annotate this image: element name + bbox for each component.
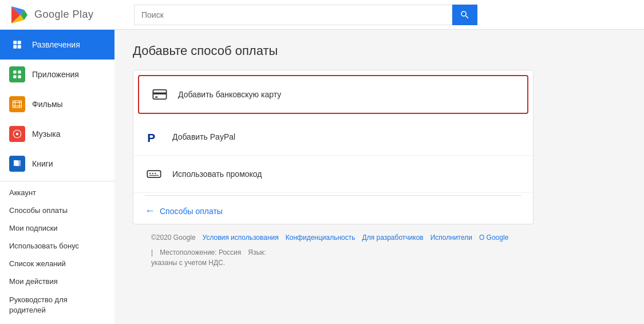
svg-point-14 bbox=[16, 133, 19, 136]
sidebar-item-label: Музыка bbox=[32, 129, 61, 139]
svg-rect-8 bbox=[13, 101, 22, 108]
svg-rect-5 bbox=[18, 70, 21, 73]
add-paypal-label: Добавить PayPal bbox=[172, 132, 235, 141]
svg-rect-16 bbox=[153, 93, 166, 95]
footer-location: Местоположение: Россия bbox=[160, 248, 241, 256]
footer-link-developers[interactable]: Для разработчиков bbox=[362, 234, 424, 242]
sidebar-item-entertainment[interactable]: Развлечения bbox=[0, 30, 114, 60]
google-play-logo-icon bbox=[9, 5, 30, 25]
main-content: Добавьте способ оплаты Добавить банковск… bbox=[114, 30, 644, 324]
apps-icon bbox=[9, 66, 25, 82]
back-arrow-icon: ← bbox=[145, 205, 155, 217]
footer-copyright: ©2020 Google bbox=[151, 234, 196, 242]
footer-link-artists[interactable]: Исполнители bbox=[430, 234, 472, 242]
use-promo-option[interactable]: Использовать промокод bbox=[133, 156, 533, 193]
header: Google Play bbox=[0, 0, 644, 30]
svg-rect-2 bbox=[13, 45, 17, 49]
sidebar-link-account[interactable]: Аккаунт bbox=[0, 184, 114, 201]
svg-rect-6 bbox=[13, 76, 16, 78]
search-icon bbox=[460, 10, 470, 20]
use-promo-label: Использовать промокод bbox=[172, 169, 262, 179]
sidebar-link-payment[interactable]: Способы оплаты bbox=[0, 201, 114, 219]
sidebar-item-books[interactable]: Книги bbox=[0, 149, 114, 179]
sidebar: Развлечения Приложения Фильмы bbox=[0, 30, 114, 324]
footer-links: ©2020 Google Условия использования Конфи… bbox=[151, 234, 515, 256]
svg-rect-7 bbox=[18, 76, 21, 78]
search-button[interactable] bbox=[452, 5, 477, 25]
add-card-label: Добавить банковскую карту bbox=[178, 90, 281, 99]
logo-area: Google Play bbox=[9, 5, 134, 25]
sidebar-link-subscriptions[interactable]: Мои подписки bbox=[0, 219, 114, 237]
page-title: Добавьте способ оплаты bbox=[133, 44, 626, 58]
entertainment-icon bbox=[9, 37, 25, 53]
sidebar-item-label: Книги bbox=[32, 159, 53, 168]
sidebar-item-apps[interactable]: Приложения bbox=[0, 60, 114, 89]
footer-link-about[interactable]: О Google bbox=[479, 234, 508, 242]
back-link-row: ← Способы оплаты bbox=[133, 198, 533, 224]
promo-icon bbox=[145, 165, 163, 183]
sidebar-item-movies[interactable]: Фильмы bbox=[0, 89, 114, 119]
footer-link-privacy[interactable]: Конфиденциальность bbox=[286, 234, 355, 242]
svg-rect-17 bbox=[155, 97, 158, 98]
add-card-option[interactable]: Добавить банковскую карту bbox=[138, 75, 528, 114]
sidebar-link-bonus[interactable]: Использовать бонус bbox=[0, 237, 114, 255]
sidebar-item-label: Приложения bbox=[32, 70, 79, 79]
svg-text:P: P bbox=[147, 131, 155, 144]
layout: Развлечения Приложения Фильмы bbox=[0, 30, 644, 324]
sidebar-item-label: Фильмы bbox=[32, 100, 63, 109]
svg-rect-0 bbox=[13, 41, 17, 44]
film-icon bbox=[9, 96, 25, 112]
add-paypal-option[interactable]: P Добавить PayPal bbox=[133, 118, 533, 156]
sidebar-item-music[interactable]: Музыка bbox=[0, 119, 114, 149]
svg-rect-19 bbox=[147, 171, 160, 177]
search-area bbox=[134, 5, 477, 25]
footer: ©2020 Google Условия использования Конфи… bbox=[133, 224, 534, 276]
back-link[interactable]: Способы оплаты bbox=[160, 207, 223, 216]
sidebar-link-wishlist[interactable]: Список желаний bbox=[0, 255, 114, 272]
search-input[interactable] bbox=[134, 5, 452, 25]
sidebar-item-label: Развлечения bbox=[32, 40, 80, 49]
svg-rect-1 bbox=[18, 41, 21, 44]
sidebar-divider bbox=[0, 181, 114, 181]
svg-rect-4 bbox=[13, 70, 16, 73]
svg-rect-3 bbox=[18, 45, 21, 49]
sidebar-link-activity[interactable]: Мои действия bbox=[0, 272, 114, 290]
card-icon bbox=[151, 85, 169, 104]
card-divider bbox=[145, 195, 521, 196]
book-icon bbox=[9, 156, 25, 172]
paypal-icon: P bbox=[145, 128, 163, 146]
footer-vat: указаны с учетом НДС. bbox=[151, 259, 515, 267]
logo-text: Google Play bbox=[34, 9, 94, 21]
sidebar-link-parental[interactable]: Руководство для родителей bbox=[0, 290, 114, 320]
footer-language: Язык: bbox=[248, 248, 266, 256]
music-icon bbox=[9, 126, 25, 142]
footer-link-terms[interactable]: Условия использования bbox=[203, 234, 279, 242]
footer-separator: | bbox=[151, 248, 153, 256]
payment-card: Добавить банковскую карту P Добавить Pay… bbox=[133, 70, 534, 224]
